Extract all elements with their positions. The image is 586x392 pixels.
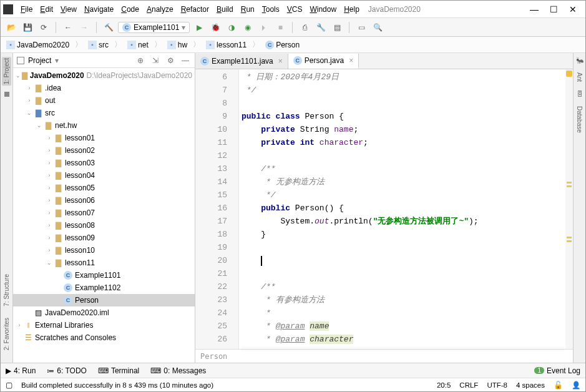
tree-node[interactable]: ⌄▇lesson11 <box>13 257 195 269</box>
breadcrumb-item[interactable]: ▪lesson11 <box>204 40 248 50</box>
lock-icon[interactable]: 🔓 <box>554 381 563 390</box>
tree-node[interactable]: ›▇lesson01 <box>13 132 195 144</box>
line-number[interactable]: 20 <box>198 254 227 267</box>
tree-arrow-icon[interactable]: › <box>46 197 53 203</box>
tree-node[interactable]: ›▇lesson03 <box>13 157 195 169</box>
tool-favorites-tab[interactable]: 2: Favorites <box>3 315 10 353</box>
line-number[interactable]: 11 <box>198 136 227 149</box>
line-number[interactable]: 8 <box>198 97 227 110</box>
editor-tab[interactable]: CExample1101.java× <box>195 54 288 69</box>
tool-todo-tab[interactable]: ≔6: TODO <box>47 366 87 375</box>
code-line[interactable] <box>242 241 565 254</box>
line-number[interactable]: 23 <box>198 293 227 306</box>
tree-node[interactable]: ›▇lesson06 <box>13 194 195 207</box>
tool-run-tab[interactable]: ▶4: Run <box>6 366 36 375</box>
tree-node[interactable]: CPerson <box>13 294 195 306</box>
line-separator[interactable]: CRLF <box>459 381 478 389</box>
breadcrumb-item[interactable]: ▪JavaDemo2020 <box>4 40 71 50</box>
project-structure-icon[interactable]: ▤ <box>330 21 344 34</box>
code-line[interactable]: * <box>242 306 565 320</box>
tree-node[interactable]: CExample1102 <box>13 282 195 294</box>
chevron-down-icon[interactable]: ▾ <box>55 56 59 65</box>
expand-all-icon[interactable]: ⇲ <box>150 55 161 66</box>
breadcrumb-item[interactable]: ▪src <box>86 40 110 50</box>
tree-node[interactable]: ›▇out <box>13 94 195 107</box>
line-number[interactable]: 18 <box>198 228 227 241</box>
menu-code[interactable]: Code <box>117 4 143 15</box>
code-line[interactable]: * 有参构造方法 <box>242 293 565 306</box>
status-window-icon[interactable]: ▢ <box>6 381 12 390</box>
minimize-button[interactable]: — <box>530 4 539 14</box>
code-line[interactable]: public Person() { <box>242 202 565 215</box>
project-tree[interactable]: ⌄▇JavaDemo2020D:\IdeaProjects\JavaDemo20… <box>13 68 195 363</box>
line-number-gutter[interactable]: 6789101112131415161718192021222324252627 <box>195 69 239 349</box>
code-area[interactable]: * 日期：2020年4月29日 */ public class Person {… <box>239 69 565 349</box>
close-tab-icon[interactable]: × <box>278 57 283 66</box>
tree-arrow-icon[interactable]: › <box>46 147 53 154</box>
cursor-position[interactable]: 20:5 <box>437 381 451 389</box>
breadcrumb-item[interactable]: ▪hw <box>165 40 189 50</box>
tree-arrow-icon[interactable]: › <box>46 222 53 228</box>
tree-arrow-icon[interactable]: ⌄ <box>36 122 43 129</box>
line-number[interactable]: 26 <box>198 333 227 346</box>
select-target-icon[interactable]: ⊕ <box>135 55 146 66</box>
tree-arrow-icon[interactable]: › <box>46 172 53 179</box>
editor-footer-class[interactable]: Person <box>200 352 227 361</box>
menu-run[interactable]: Run <box>237 4 258 15</box>
tree-node[interactable]: ›▇lesson08 <box>13 219 195 232</box>
code-line[interactable] <box>242 267 565 280</box>
indent-setting[interactable]: 4 spaces <box>516 381 545 389</box>
menu-build[interactable]: Build <box>213 4 237 15</box>
line-number[interactable]: 6 <box>198 71 227 84</box>
code-line[interactable]: */ <box>242 84 565 97</box>
tree-arrow-icon[interactable]: ⌄ <box>16 72 21 79</box>
menu-vcs[interactable]: VCS <box>283 4 306 15</box>
tree-node[interactable]: ›▇lesson07 <box>13 207 195 219</box>
tool-database-tab[interactable]: Database <box>576 104 583 135</box>
line-number[interactable]: 12 <box>198 149 227 162</box>
line-number[interactable]: 24 <box>198 306 227 320</box>
layout-icon[interactable]: ▭ <box>354 21 368 34</box>
close-button[interactable]: ✕ <box>569 4 577 14</box>
gear-icon[interactable]: ⚙ <box>165 55 176 66</box>
tree-node[interactable]: CExample1101 <box>13 269 195 282</box>
tree-arrow-icon[interactable]: › <box>26 97 33 104</box>
tool-project-tab[interactable]: 1: Project <box>2 57 11 86</box>
tree-arrow-icon[interactable]: › <box>46 135 53 141</box>
open-icon[interactable]: 📂 <box>4 21 18 34</box>
tree-node[interactable]: ☰Scratches and Consoles <box>13 331 195 344</box>
line-number[interactable]: 17 <box>198 215 227 228</box>
tree-node[interactable]: ›▇lesson09 <box>13 232 195 244</box>
line-number[interactable]: 13 <box>198 162 227 175</box>
file-encoding[interactable]: UTF-8 <box>487 381 507 389</box>
search-everywhere-icon[interactable]: 🔍 <box>371 21 384 34</box>
tree-node[interactable]: ›⦀External Libraries <box>13 319 195 331</box>
horizontal-scrollbar[interactable] <box>242 346 564 351</box>
avd-icon[interactable]: ⎙ <box>298 21 311 34</box>
line-number[interactable]: 16 <box>198 202 227 215</box>
run-config-selector[interactable]: C Example1101 ▾ <box>118 22 190 33</box>
tree-arrow-icon[interactable]: ⌄ <box>26 110 33 116</box>
code-line[interactable] <box>242 149 565 162</box>
code-line[interactable] <box>242 254 565 267</box>
line-number[interactable]: 9 <box>198 110 227 123</box>
breadcrumb-item[interactable]: CPerson <box>263 40 301 50</box>
code-line[interactable]: System.out.println("无参构造方法被调用了~"); <box>242 215 565 228</box>
warning-marker-icon[interactable] <box>567 185 572 187</box>
tool-structure-tab[interactable]: 7: Structure <box>3 272 10 309</box>
tree-arrow-icon[interactable]: › <box>46 247 53 253</box>
coverage-icon[interactable]: ◑ <box>225 21 238 34</box>
code-line[interactable]: /** <box>242 162 565 175</box>
menu-refactor[interactable]: Refactor <box>177 4 213 15</box>
code-line[interactable]: /** <box>242 280 565 293</box>
project-panel-title[interactable]: Project <box>28 56 51 65</box>
menu-window[interactable]: Window <box>306 4 340 15</box>
debug-icon[interactable]: 🐞 <box>208 21 222 34</box>
line-number[interactable]: 25 <box>198 320 227 333</box>
line-number[interactable]: 10 <box>198 123 227 136</box>
back-icon[interactable]: ← <box>61 21 75 34</box>
tree-node[interactable]: ⌄▇src <box>13 107 195 119</box>
settings-wrench-icon[interactable]: 🔧 <box>314 21 328 34</box>
menu-view[interactable]: View <box>57 4 81 15</box>
tree-node[interactable]: ›▇lesson05 <box>13 182 195 194</box>
